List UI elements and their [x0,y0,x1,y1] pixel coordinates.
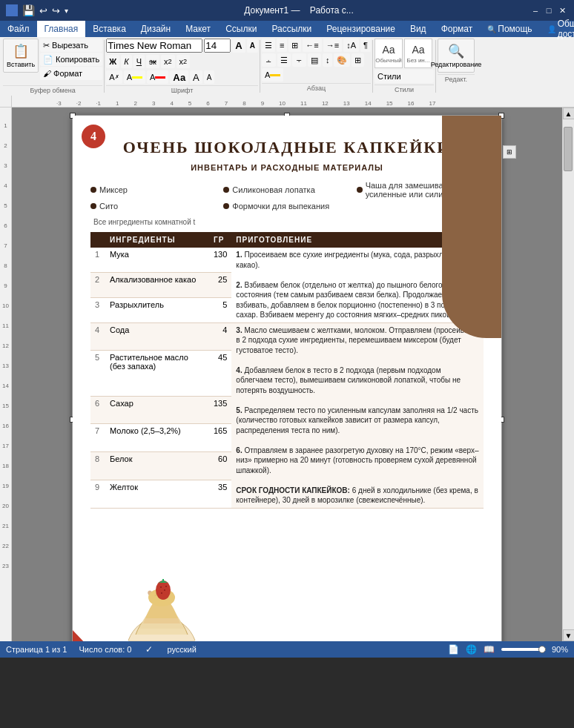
pilcrow-button[interactable]: ¶ [360,39,371,52]
quick-redo[interactable]: ↪ [52,5,60,16]
font-grow-button[interactable]: A [232,39,245,53]
view-read-icon[interactable]: 📖 [484,643,495,655]
border-button[interactable]: ⊞ [352,53,364,67]
menu-references[interactable]: Ссылки [218,21,264,37]
ruler-area: ·3·2·1 123 456 789 101112 131415 1617 [0,96,574,107]
maximize-button[interactable]: □ [543,4,555,16]
menu-review[interactable]: Рецензирование [319,21,403,37]
list-row-3: А [262,68,371,82]
indent-increase-button[interactable]: →≡ [323,39,342,52]
numbered-list-button[interactable]: ≡ [277,39,287,52]
styles-group: Аa Обычный Аa Без ин... Стили Стили [375,39,434,94]
align-left-button[interactable]: ⫠ [262,53,276,67]
format-painter-button[interactable]: 🖌 Формат [40,67,102,80]
inv-item-4: Сито [90,202,217,211]
ingredient-name-7: Белок [105,452,209,480]
quick-undo[interactable]: ↩ [39,5,47,16]
minimize-button[interactable]: – [530,4,541,16]
scroll-thumb[interactable] [564,127,573,171]
menu-file[interactable]: Файл [0,21,37,37]
align-justify-button[interactable]: ▤ [308,53,321,67]
align-right-button[interactable]: ⫟ [292,53,306,67]
document-page[interactable]: ⊞ 4 ОЧЕНЬ ШОКОЛАДНЫЕ КАПКЕЙКИ ИНВЕНТАРЬ … [72,115,502,641]
menu-design[interactable]: Дизайн [133,21,178,37]
copy-button[interactable]: 📄 Копировать [40,53,102,66]
style-no-spacing[interactable]: Аa Без ин... [404,39,432,68]
menu-view[interactable]: Вид [403,21,434,37]
view-print-icon[interactable]: 📄 [448,643,460,655]
font-a-small-button[interactable]: А [204,70,215,84]
font-shrink-button[interactable]: A [247,39,258,53]
separator-3 [372,40,373,93]
editing-button[interactable]: 🔍 Редактирование [438,39,475,73]
language: русский [167,645,196,654]
styles-button[interactable]: Стили [375,70,434,83]
line-spacing-button[interactable]: ↕ [323,53,333,67]
scroll-down-arrow[interactable]: ▼ [563,629,575,641]
bullet-list-button[interactable]: ☰ [262,39,275,52]
editing-group: 🔍 Редактирование Редакт. [438,39,475,94]
bold-button[interactable]: Ж [106,55,119,68]
clear-format-button[interactable]: А✗ [106,70,122,84]
inv-item-5: Формочки для выпекания [223,202,350,211]
subscript-button[interactable]: х2 [161,55,175,68]
zoom-slider[interactable] [501,648,546,651]
prep-steps-3-7: 3. Масло смешиваем с желтками, молоком. … [231,322,484,508]
right-scrollbar[interactable]: ▲ ▼ [562,107,574,641]
scroll-up-arrow[interactable]: ▲ [563,107,575,119]
ingredient-name-0: Мука [105,248,209,272]
menu-format[interactable]: Формат [434,21,481,37]
ingredient-num-2: 3 [90,297,105,322]
menu-layout[interactable]: Макет [178,21,218,37]
underline-button[interactable]: Ч [133,55,145,68]
menu-mailings[interactable]: Рассылки [264,21,319,37]
menu-help[interactable]: 🔍 Помощь [480,21,539,37]
zoom-thumb[interactable] [538,646,546,653]
shading-button[interactable]: 🎨 [334,53,350,67]
indent-decrease-button[interactable]: ←≡ [303,39,321,52]
italic-button[interactable]: К [121,55,131,68]
left-ruler: 12 34 56 78 910 1112 1314 1516 1718 1920… [0,107,12,641]
ingredient-num-5: 6 [90,396,105,424]
close-button[interactable]: ✕ [556,4,568,16]
menu-home[interactable]: Главная [37,21,86,37]
font-size-input[interactable] [204,39,231,53]
multilevel-list-button[interactable]: ⊞ [288,39,301,52]
list-row-2: ⫠ ☰ ⫟ ▤ ↕ 🎨 ⊞ [262,53,371,67]
title-bar-left: 💾 ↩ ↪ ▾ [6,4,68,16]
page-info: Страница 1 из 1 [6,645,67,654]
superscript-button[interactable]: х2 [177,55,191,68]
ingredient-gr-3: 4 [209,322,231,351]
quick-save[interactable]: 💾 [22,4,35,16]
font-format-row: Ж К Ч зк х2 х2 [106,55,258,68]
inv-item-1: Миксер [90,181,217,199]
format-btn-1[interactable]: ⊞ [503,145,516,159]
paste-button[interactable]: 📋 Вставить [3,39,39,73]
font-a-large-button[interactable]: А [190,70,202,84]
strikethrough-button[interactable]: зк [146,55,159,68]
para-group: ☰ ≡ ⊞ ←≡ →≡ ↕A ¶ ⫠ ☰ ⫟ ▤ ↕ 🎨 ⊞ [262,39,371,94]
clipboard-sub: ✂ Вырезать 📄 Копировать 🖌 Формат [40,39,102,84]
font-aa-button[interactable]: Аа [170,70,188,84]
font-color-button[interactable]: А [147,70,168,84]
recipe-subtitle: ИНВЕНТАРЬ И РАСХОДНЫЕ МАТЕРИАЛЫ [90,163,484,172]
align-center-button[interactable]: ☰ [277,53,291,67]
scroll-track[interactable] [563,119,574,629]
document-viewport[interactable]: ⊞ 4 ОЧЕНЬ ШОКОЛАДНЫЕ КАПКЕЙКИ ИНВЕНТАРЬ … [12,107,562,641]
document-title: Документ1 — Работа с... [68,5,530,16]
style-normal[interactable]: Аa Обычный [375,39,403,68]
text-highlight-button[interactable]: А [124,70,145,84]
ingredient-name-4: Растительное масло (без запаха) [105,351,209,397]
menu-bar: Файл Главная Вставка Дизайн Макет Ссылки… [0,21,574,37]
view-web-icon[interactable]: 🌐 [466,643,478,655]
sort-button[interactable]: ↕A [343,39,359,52]
font-name-input[interactable] [106,39,202,53]
check-icon: ✓ [143,643,155,655]
cut-button[interactable]: ✂ Вырезать [40,39,102,52]
ingredient-gr-7: 60 [209,452,231,480]
para-color-btn[interactable]: А [262,68,283,82]
menu-share[interactable]: 👤 Общий доступ [540,21,574,37]
clipboard-group: 📋 Вставить ✂ Вырезать 📄 Копировать 🖌 Фор… [3,39,102,94]
menu-insert[interactable]: Вставка [85,21,133,37]
svg-point-11 [160,586,162,588]
